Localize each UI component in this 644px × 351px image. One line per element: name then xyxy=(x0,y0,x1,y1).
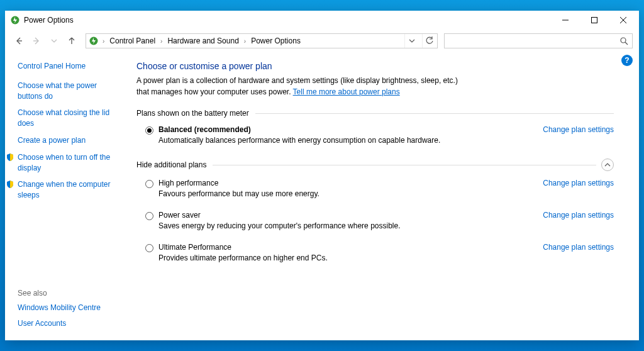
plan-desc: Favours performance but may use more ene… xyxy=(158,189,530,198)
empty-icon xyxy=(5,81,15,91)
see-also-user-accounts[interactable]: User Accounts xyxy=(18,318,120,329)
plan-name[interactable]: Balanced (recommended) xyxy=(158,125,530,134)
breadcrumb-item[interactable]: Hardware and Sound xyxy=(166,36,240,45)
power-plan-row: Balanced (recommended) Automatically bal… xyxy=(136,123,614,147)
plan-desc: Provides ultimate performance on higher … xyxy=(158,254,530,262)
section-header-additional: Hide additional plans xyxy=(136,159,614,171)
body: ? Control Panel Home Choose what the pow… xyxy=(5,52,639,340)
address-bar[interactable]: › Control Panel › Hardware and Sound › P… xyxy=(86,33,438,48)
sidebar-task: Create a power plan xyxy=(18,135,120,146)
refresh-icon[interactable] xyxy=(422,34,436,48)
window: Power Options › Control Panel › Hardware… xyxy=(5,11,639,340)
empty-icon xyxy=(5,108,15,118)
recent-dropdown[interactable] xyxy=(47,33,62,48)
plan-desc: Automatically balances performance with … xyxy=(158,136,530,145)
plan-radio-ultimate[interactable] xyxy=(145,244,153,252)
sidebar-task: Choose what closing the lid does xyxy=(18,108,120,129)
see-also-section: See also Windows Mobility Centre User Ac… xyxy=(18,289,120,334)
section-header-primary: Plans shown on the battery meter xyxy=(136,109,614,118)
breadcrumb-item[interactable]: Control Panel xyxy=(108,36,157,45)
search-input[interactable] xyxy=(448,36,619,46)
maximize-button[interactable] xyxy=(580,11,609,30)
svg-point-8 xyxy=(621,38,626,43)
change-plan-settings-link[interactable]: Change plan settings xyxy=(543,211,614,220)
forward-button[interactable] xyxy=(29,33,44,48)
control-panel-home-link[interactable]: Control Panel Home xyxy=(18,61,120,72)
task-create-plan[interactable]: Create a power plan xyxy=(18,135,86,146)
navigation-row: › Control Panel › Hardware and Sound › P… xyxy=(5,30,639,52)
breadcrumb-item[interactable]: Power Options xyxy=(250,36,302,45)
svg-rect-2 xyxy=(592,18,597,23)
power-options-icon xyxy=(10,15,20,25)
plan-desc: Saves energy by reducing your computer's… xyxy=(158,221,530,230)
power-plan-row: Power saver Saves energy by reducing you… xyxy=(136,208,614,233)
chevron-right-icon[interactable]: › xyxy=(103,38,104,45)
page-description: A power plan is a collection of hardware… xyxy=(136,75,464,98)
sidebar: Control Panel Home Choose what the power… xyxy=(5,52,128,340)
task-computer-sleeps[interactable]: Change when the computer sleeps xyxy=(18,179,120,201)
power-plan-row: Ultimate Performance Provides ultimate p… xyxy=(136,240,614,265)
sidebar-task: Choose what the power buttons do xyxy=(18,81,120,102)
change-plan-settings-link[interactable]: Change plan settings xyxy=(543,125,614,134)
divider xyxy=(213,165,596,165)
back-button[interactable] xyxy=(11,33,26,48)
main-content: Choose or customise a power plan A power… xyxy=(128,52,639,340)
chevron-right-icon[interactable]: › xyxy=(244,38,246,45)
plan-radio-high-performance[interactable] xyxy=(145,180,153,188)
search-box[interactable] xyxy=(444,33,633,48)
plan-name[interactable]: Ultimate Performance xyxy=(158,243,530,252)
divider xyxy=(255,113,614,114)
see-also-header: See also xyxy=(18,289,120,298)
page-heading: Choose or customise a power plan xyxy=(136,61,614,71)
collapse-toggle[interactable] xyxy=(601,159,614,171)
plan-radio-power-saver[interactable] xyxy=(145,212,153,220)
window-title: Power Options xyxy=(24,16,74,25)
task-turn-off-display[interactable]: Choose when to turn off the display xyxy=(18,152,120,174)
minimize-button[interactable] xyxy=(551,11,580,30)
plan-name[interactable]: Power saver xyxy=(158,211,530,220)
search-icon[interactable] xyxy=(619,36,628,45)
titlebar: Power Options xyxy=(5,11,639,30)
shield-icon xyxy=(5,152,15,162)
plan-name[interactable]: High performance xyxy=(158,179,530,187)
empty-icon xyxy=(5,135,15,145)
task-power-buttons[interactable]: Choose what the power buttons do xyxy=(18,81,120,102)
change-plan-settings-link[interactable]: Change plan settings xyxy=(543,179,614,187)
task-closing-lid[interactable]: Choose what closing the lid does xyxy=(18,108,120,129)
section-label: Plans shown on the battery meter xyxy=(136,109,249,118)
svg-line-9 xyxy=(625,42,628,45)
change-plan-settings-link[interactable]: Change plan settings xyxy=(543,243,614,252)
sidebar-task: Change when the computer sleeps xyxy=(18,179,120,201)
close-button[interactable] xyxy=(609,11,638,30)
power-options-icon xyxy=(89,36,99,46)
address-dropdown-icon[interactable] xyxy=(404,34,418,48)
see-also-mobility[interactable]: Windows Mobility Centre xyxy=(18,303,120,313)
chevron-right-icon[interactable]: › xyxy=(160,38,162,45)
sidebar-task: Choose when to turn off the display xyxy=(18,152,120,174)
up-button[interactable] xyxy=(64,33,79,48)
shield-icon xyxy=(5,179,15,189)
plan-radio-balanced[interactable] xyxy=(145,126,153,135)
power-plan-row: High performance Favours performance but… xyxy=(136,176,614,201)
tell-me-more-link[interactable]: Tell me more about power plans xyxy=(293,87,400,96)
section-label[interactable]: Hide additional plans xyxy=(136,160,206,169)
